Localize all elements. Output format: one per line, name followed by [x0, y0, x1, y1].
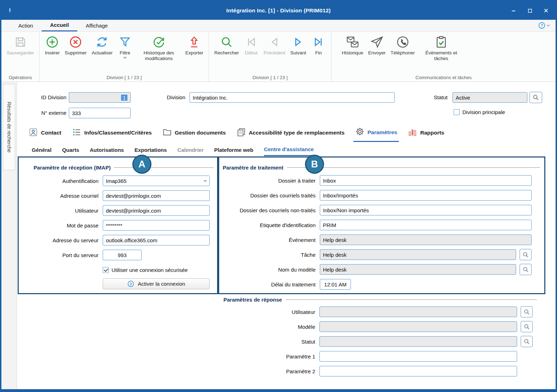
n-externe-label: N° externe [31, 109, 66, 117]
nom-modele-field[interactable]: Help desk [320, 264, 516, 275]
form-row: Utilisateur [17, 307, 556, 317]
subtab-exportations[interactable]: Exportations [134, 143, 167, 156]
form-row: Authentification Imap365 [24, 176, 214, 186]
subtab-centre-assistance[interactable]: Centre d'assistance [264, 143, 314, 156]
traitement-panel: B Paramètre de traitement Dossier à trai… [218, 156, 545, 294]
filter-dropdown-icon [123, 57, 127, 59]
contact-icon [29, 127, 38, 138]
menu-accueil[interactable]: Accueil [42, 19, 77, 31]
play-circle-icon [127, 280, 134, 287]
next-record-button[interactable]: Suivant [288, 33, 309, 57]
tab-gestion-documents[interactable]: Gestion documents [161, 124, 228, 142]
events-tasks-button[interactable]: Évènements et tâches [417, 33, 465, 62]
statut-search-button[interactable] [529, 92, 542, 103]
chevron-down-icon [204, 180, 207, 182]
maximize-button[interactable] [522, 5, 538, 17]
resp-utilisateur-field[interactable] [319, 307, 517, 317]
activate-connection-button[interactable]: Activer la connexion [103, 278, 210, 289]
id-division-field[interactable]: 1 [69, 92, 131, 103]
dossier-a-traiter-label: Dossier à traiter [223, 178, 320, 184]
form-row: Dossier des courriels traités [223, 190, 540, 201]
badge-b: B [305, 155, 324, 174]
export-button[interactable]: Exporter [183, 33, 206, 57]
dossier-a-traiter-field[interactable] [320, 175, 532, 186]
dossier-traites-label: Dossier des courriels traités [223, 192, 320, 198]
menu-action[interactable]: Action [10, 19, 42, 31]
filter-button[interactable]: Filtre [115, 33, 135, 59]
parametre-1-field[interactable] [319, 351, 517, 362]
adresse-serveur-field[interactable] [103, 235, 210, 245]
history-changes-icon [152, 34, 166, 50]
help-icon[interactable]: ? [538, 22, 550, 29]
tab-infos-classement-criteres[interactable]: Infos/Classement/Critères [70, 124, 154, 142]
dossier-traites-field[interactable] [320, 190, 532, 201]
resp-statut-search-button[interactable] [521, 336, 533, 347]
subtab-quarts[interactable]: Quarts [62, 143, 79, 156]
search-results-strip[interactable]: Résultats de recherche [1, 82, 17, 389]
nom-modele-search-button[interactable] [520, 264, 532, 275]
resp-modele-search-button[interactable] [521, 321, 533, 332]
delai-traitement-field[interactable] [320, 279, 351, 290]
mot-de-passe-field[interactable] [103, 220, 210, 231]
send-button[interactable]: Envoyer [366, 33, 388, 57]
division-field[interactable] [190, 92, 395, 103]
form-row: Tâche Help desk [223, 249, 540, 260]
copies-icon [236, 127, 246, 138]
search-results-tab[interactable]: Résultats de recherche [3, 84, 15, 170]
secure-connection-checkbox[interactable]: Utiliser une connexion sécurisée [103, 267, 188, 273]
refresh-button[interactable]: Actualiser [89, 33, 115, 57]
phone-button[interactable]: Téléphoner [388, 33, 417, 57]
save-button[interactable]: Sauvegarder [4, 33, 36, 57]
form-row: Utilisateur [24, 205, 214, 216]
tache-field[interactable]: Help desk [320, 249, 516, 260]
tab-parametres[interactable]: Paramètres [353, 124, 399, 142]
close-button[interactable] [538, 5, 554, 17]
division-principale-checkbox[interactable]: Division principale [454, 109, 505, 115]
next-icon [292, 34, 305, 50]
resp-utilisateur-search-button[interactable] [521, 306, 533, 317]
form-row: Adresse du serveur [24, 235, 214, 245]
ribbon-group-division-nav: Rechercher Début Précédent [209, 32, 331, 82]
port-serveur-field[interactable] [103, 250, 142, 260]
events-tasks-icon [434, 34, 448, 50]
pin-icon[interactable] [7, 8, 13, 13]
subtab-calendrier[interactable]: Calendrier [178, 143, 204, 156]
menu-affichage[interactable]: Affichage [77, 19, 116, 31]
form-row: Mot de passe [24, 220, 214, 231]
tab-rapports[interactable]: Rapports [406, 124, 446, 142]
evenement-field[interactable]: Help desk [320, 234, 532, 245]
etiquette-identification-field[interactable] [320, 220, 532, 230]
history-changes-button[interactable]: Historique des modifications [135, 33, 183, 62]
statut-field[interactable]: Active [453, 92, 527, 103]
parametre-2-field[interactable] [319, 366, 517, 376]
subtab-general[interactable]: Général [32, 143, 52, 156]
tache-search-button[interactable] [520, 249, 532, 260]
utilisateur-imap-field[interactable] [103, 205, 210, 216]
n-externe-field[interactable] [69, 108, 131, 118]
insert-button[interactable]: Insérer [42, 33, 62, 57]
minimize-button[interactable] [505, 5, 522, 17]
subtab-autorisations[interactable]: Autorisations [90, 143, 124, 156]
ribbon-group-label: Opérations [1, 75, 39, 80]
dossier-non-traites-field[interactable] [320, 205, 532, 215]
resp-modele-field[interactable] [319, 321, 517, 332]
delete-button[interactable]: Supprimer [62, 33, 89, 57]
subtab-plateforme-web[interactable]: Plateforme web [214, 143, 253, 156]
last-record-button[interactable]: Fin [309, 33, 328, 57]
adresse-courriel-field[interactable] [103, 190, 210, 201]
first-record-button[interactable]: Début [241, 33, 261, 57]
tab-accessibilite-remplacements[interactable]: Accessibilité type de remplacements [235, 124, 346, 142]
search-record-button[interactable]: Rechercher [212, 33, 241, 57]
id-division-label: ID Division [31, 94, 66, 101]
division-label: Division [156, 94, 185, 101]
resp-statut-field[interactable] [319, 336, 517, 347]
nom-modele-label: Nom du modèle [223, 267, 320, 273]
previous-record-button[interactable]: Précédent [261, 33, 288, 57]
history-button[interactable]: Historique [339, 33, 366, 57]
parametre-1-label: Paramètre 1 [17, 354, 315, 360]
tab-contact[interactable]: Contact [27, 124, 63, 142]
resp-statut-label: Statut [17, 339, 315, 345]
adresse-courriel-label: Adresse courriel [24, 193, 103, 199]
folder-icon [162, 127, 172, 138]
authentification-select[interactable]: Imap365 [103, 176, 210, 186]
